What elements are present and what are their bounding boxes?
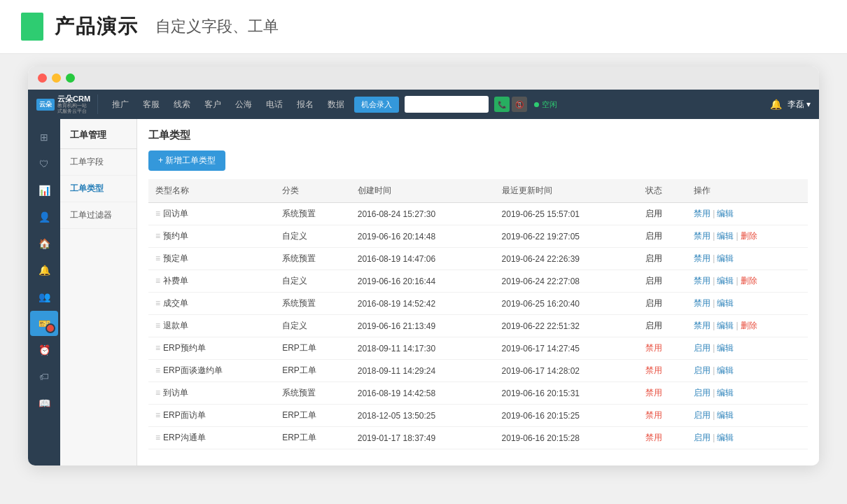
disable-action-link[interactable]: 禁用 <box>694 276 710 286</box>
cell-actions: 禁用|编辑 <box>687 203 808 225</box>
sidebar-icon-grid[interactable]: ⊞ <box>30 125 58 150</box>
disable-action-link[interactable]: 禁用 <box>694 253 710 263</box>
cell-updated: 2019-06-22 22:51:32 <box>495 315 639 337</box>
edit-action-link[interactable]: 编辑 <box>717 433 734 442</box>
cell-category: 系统预置 <box>275 203 351 225</box>
logo-icon: 云朵 <box>36 99 55 111</box>
sidebar-icon-person2[interactable]: 👥 <box>30 284 58 309</box>
cell-actions: 禁用|编辑|删除 <box>687 270 808 293</box>
nav-item-dianhua[interactable]: 电话 <box>259 90 290 119</box>
cell-actions: 启用|编辑 <box>687 360 808 382</box>
sidebar-icon-book[interactable]: 📖 <box>30 391 58 416</box>
search-input[interactable] <box>405 96 489 113</box>
submenu-item-filter[interactable]: 工单过滤器 <box>60 202 136 229</box>
sidebar-icon-chart[interactable]: 📊 <box>30 178 58 203</box>
enable-action-link[interactable]: 启用 <box>694 365 710 375</box>
phone-hangup-icon[interactable]: 📵 <box>512 97 527 112</box>
user-menu[interactable]: 李磊 ▾ <box>788 99 811 111</box>
enable-action-link[interactable]: 启用 <box>694 433 710 442</box>
add-ticket-type-button[interactable]: + 新增工单类型 <box>148 150 225 171</box>
cell-name: ≡ERP面访单 <box>148 405 275 427</box>
edit-action-link[interactable]: 编辑 <box>717 410 734 420</box>
enable-action-link[interactable]: 启用 <box>694 388 710 398</box>
sidebar-icon-ticket[interactable]: 🎫 <box>30 311 58 336</box>
sidebar-icon-home[interactable]: 🏠 <box>30 231 58 256</box>
cell-status: 禁用 <box>638 360 687 382</box>
sidebar-icon-bell[interactable]: 🔔 <box>30 258 58 283</box>
browser-dot-red[interactable] <box>38 74 47 83</box>
nav-item-xiansuo[interactable]: 线索 <box>167 90 197 119</box>
nav-item-kefu[interactable]: 客服 <box>136 90 167 119</box>
cell-updated: 2019-06-24 22:27:08 <box>495 270 639 293</box>
browser-dot-yellow[interactable] <box>52 74 61 83</box>
edit-action-link[interactable]: 编辑 <box>717 253 734 263</box>
submenu-item-types[interactable]: 工单类型 <box>60 176 136 202</box>
notification-bell-icon[interactable]: 🔔 <box>770 99 782 110</box>
nav-status: 空闲 <box>534 99 557 110</box>
disable-action-link[interactable]: 禁用 <box>694 298 710 308</box>
browser-dot-green[interactable] <box>66 74 75 83</box>
col-header-status: 状态 <box>638 179 687 203</box>
table-row: ≡ERP预约单ERP工单2018-09-11 14:17:302019-06-1… <box>148 337 808 360</box>
table-row: ≡预约单自定义2019-06-16 20:14:482019-06-22 19:… <box>148 225 808 248</box>
enable-action-link[interactable]: 启用 <box>694 343 710 353</box>
submenu-header: 工单管理 <box>60 119 136 149</box>
cell-updated: 2019-06-17 14:27:45 <box>495 337 639 360</box>
cell-status: 启用 <box>638 270 687 293</box>
sidebar-icon-tag[interactable]: 🏷 <box>30 364 58 389</box>
edit-action-link[interactable]: 编辑 <box>717 343 734 353</box>
logo-sub-text2: 式服务云平台 <box>57 108 90 114</box>
cell-category: ERP工单 <box>275 337 351 360</box>
edit-action-link[interactable]: 编辑 <box>717 388 734 398</box>
disable-action-link[interactable]: 禁用 <box>694 209 710 218</box>
nav-item-kehu[interactable]: 客户 <box>197 90 228 119</box>
status-badge: 禁用 <box>645 410 662 420</box>
edit-action-link[interactable]: 编辑 <box>717 231 734 241</box>
edit-action-link[interactable]: 编辑 <box>717 298 734 308</box>
cell-category: 系统预置 <box>275 382 351 405</box>
cell-status: 禁用 <box>638 405 687 427</box>
delete-action-link[interactable]: 删除 <box>741 231 757 241</box>
sidebar-icon-clock[interactable]: ⏰ <box>30 337 58 363</box>
browser-mockup: 云朵 云朵CRM 教育机构一站 式服务云平台 推广 客服 线索 客户 公海 电话… <box>28 66 819 465</box>
nav-item-gonghai[interactable]: 公海 <box>228 90 259 119</box>
cell-category: 系统预置 <box>275 248 351 270</box>
table-row: ≡到访单系统预置2016-08-19 14:42:582019-06-16 20… <box>148 382 808 405</box>
opportunity-entry-button[interactable]: 机会录入 <box>354 97 399 113</box>
edit-action-link[interactable]: 编辑 <box>717 209 734 218</box>
status-badge: 启用 <box>645 298 662 308</box>
main-content-wrapper: ⊞ 🛡 📊 👤 🏠 🔔 👥 🎫 ⏰ 🏷 📖 <box>28 119 819 465</box>
nav-item-shuju[interactable]: 数据 <box>321 90 351 119</box>
col-header-updated: 最近更新时间 <box>495 179 639 203</box>
phone-icon-group: 📞 📵 <box>494 97 527 112</box>
col-header-actions: 操作 <box>687 179 808 203</box>
cell-name: ≡退款单 <box>148 315 275 337</box>
sidebar-icon-shield[interactable]: 🛡 <box>30 151 58 176</box>
submenu-item-fields[interactable]: 工单字段 <box>60 149 136 176</box>
cell-created: 2019-06-16 21:13:49 <box>351 315 495 337</box>
user-chevron-icon: ▾ <box>806 99 811 109</box>
disable-action-link[interactable]: 禁用 <box>694 321 710 330</box>
sidebar-icon-person[interactable]: 👤 <box>30 204 58 230</box>
status-badge: 禁用 <box>645 365 662 375</box>
col-header-category: 分类 <box>275 179 351 203</box>
delete-action-link[interactable]: 删除 <box>741 276 757 286</box>
nav-item-baoming[interactable]: 报名 <box>290 90 321 119</box>
cell-updated: 2019-06-16 20:15:31 <box>495 382 639 405</box>
cell-created: 2016-08-24 15:27:30 <box>351 203 495 225</box>
phone-call-icon[interactable]: 📞 <box>494 97 510 112</box>
row-handle-icon: ≡ <box>155 388 160 398</box>
edit-action-link[interactable]: 编辑 <box>717 365 734 375</box>
cell-category: ERP工单 <box>275 405 351 427</box>
edit-action-link[interactable]: 编辑 <box>717 276 734 286</box>
enable-action-link[interactable]: 启用 <box>694 410 710 420</box>
user-name: 李磊 <box>788 99 804 111</box>
cell-name: ≡ERP面谈邀约单 <box>148 360 275 382</box>
cell-created: 2018-09-11 14:17:30 <box>351 337 495 360</box>
nav-item-tuiguang[interactable]: 推广 <box>105 90 136 119</box>
status-badge: 禁用 <box>645 433 662 442</box>
cell-updated: 2019-06-16 20:15:25 <box>495 405 639 427</box>
delete-action-link[interactable]: 删除 <box>741 321 757 330</box>
edit-action-link[interactable]: 编辑 <box>717 321 734 330</box>
disable-action-link[interactable]: 禁用 <box>694 231 710 241</box>
